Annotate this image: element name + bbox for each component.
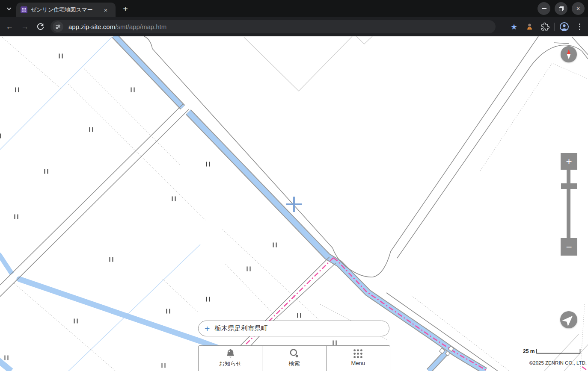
parcel-dotted (223, 230, 319, 320)
bottom-toolbar: お知らせ 検索 Menu (198, 345, 390, 371)
map-scale: 25 m (523, 348, 581, 354)
zoom-in-button[interactable]: + (561, 153, 577, 170)
search-button[interactable]: 検索 (262, 346, 326, 371)
reload-icon (36, 23, 45, 31)
url-text: app.zip-site.com/smt/app/map.htm (68, 23, 166, 30)
boundary-line (582, 367, 588, 371)
compass-needle-icon (561, 46, 577, 62)
rice-field-mark (15, 215, 15, 219)
road-line (397, 45, 588, 258)
waterway (0, 360, 11, 371)
zoom-slider-track[interactable] (567, 170, 570, 238)
tab-active[interactable]: ゼンリン住宅地図スマー × (16, 3, 116, 17)
rice-field-mark (333, 341, 334, 345)
url-path: /smt/app/map.htm (115, 23, 166, 30)
parcel-dotted (163, 279, 198, 312)
rice-field-mark (166, 309, 167, 314)
rice-field-mark (165, 363, 166, 368)
tune-icon (55, 24, 61, 30)
toolbar-right-icons: ★ (508, 17, 585, 36)
parcel-dotted (84, 69, 180, 165)
rice-field-mark (92, 127, 93, 132)
scale-bracket (536, 348, 581, 354)
search-address-text: 栃木県足利市県町 (214, 324, 267, 333)
map-viewport[interactable]: + − + 栃木県足利市県町 お知らせ 検索 (0, 36, 588, 371)
rice-field-mark (5, 356, 6, 360)
rice-field-mark (273, 243, 274, 247)
tab-search-button[interactable] (3, 3, 15, 14)
road-line (231, 257, 330, 355)
minimize-icon (542, 8, 546, 9)
parcel-dotted (226, 264, 279, 320)
waterway (114, 36, 183, 107)
road-line (0, 109, 189, 297)
rice-field-mark (276, 243, 277, 247)
extensions-button[interactable] (539, 21, 551, 33)
rice-field-mark (206, 162, 207, 167)
puzzle-icon (540, 22, 549, 31)
current-location-button[interactable] (560, 311, 577, 328)
chevron-down-icon (6, 6, 11, 10)
new-tab-button[interactable]: + (120, 3, 131, 15)
map-search-bar[interactable]: + 栃木県足利市県町 (198, 321, 389, 336)
rice-field-mark (15, 88, 16, 92)
minimize-button[interactable] (538, 2, 550, 15)
kebab-menu-icon (579, 24, 580, 30)
rice-field-mark (48, 169, 48, 174)
back-button[interactable]: ← (3, 21, 15, 33)
rice-field-mark (175, 197, 176, 201)
reload-button[interactable] (34, 21, 46, 33)
road-line (0, 104, 183, 285)
rice-field-mark (59, 54, 60, 59)
rice-field-mark (247, 267, 248, 271)
parcel-dotted (2, 37, 61, 89)
rice-field-mark (250, 267, 251, 271)
extension-avatar-icon (526, 23, 534, 31)
tab-strip: ゼンリン住宅地図スマー × + × (0, 0, 588, 17)
menu-button[interactable]: Menu (326, 346, 390, 371)
stream-thin (68, 244, 200, 371)
rice-field-mark (18, 88, 19, 92)
waterway (19, 279, 241, 356)
menu-label: Menu (351, 360, 365, 366)
toolbar-separator (554, 23, 555, 31)
extension-avatar-button[interactable] (523, 21, 535, 33)
search-label: 検索 (288, 360, 300, 368)
tab-close-button[interactable]: × (102, 6, 110, 14)
favicon-zenrin-icon (21, 6, 27, 13)
window-controls: × (538, 2, 585, 15)
rice-field-mark (110, 257, 110, 262)
url-domain: app.zip-site.com (68, 23, 115, 30)
compass-button[interactable] (561, 46, 577, 62)
tab-title: ゼンリン住宅地図スマー (31, 6, 99, 14)
rice-field-mark (113, 257, 113, 262)
browser-menu-button[interactable] (573, 21, 585, 33)
bookmark-star-button[interactable]: ★ (508, 21, 520, 33)
rice-field-mark (89, 127, 90, 132)
site-settings-button[interactable] (53, 21, 63, 32)
profile-button[interactable] (558, 21, 570, 33)
notifications-button[interactable]: お知らせ (199, 346, 262, 371)
forward-button[interactable]: → (19, 21, 31, 33)
add-search-icon: + (205, 324, 210, 333)
zoom-out-button[interactable]: − (561, 238, 577, 256)
copyright-text: ©2025 ZENRIN CO., LTD. (529, 360, 587, 365)
zoom-slider-thumb[interactable] (561, 183, 577, 189)
maximize-button[interactable] (555, 2, 567, 15)
omnibox[interactable]: app.zip-site.com/smt/app/map.htm (50, 20, 496, 33)
rice-field-mark (62, 54, 63, 59)
rice-field-mark (131, 88, 132, 92)
restore-icon (559, 6, 564, 11)
grid-menu-icon (352, 348, 364, 359)
rice-field-mark (134, 88, 135, 92)
magnifier-icon (288, 348, 300, 359)
rice-field-mark (172, 197, 173, 201)
rice-field-mark (209, 162, 210, 167)
scale-label: 25 m (523, 349, 535, 354)
close-button[interactable]: × (572, 2, 585, 15)
rice-field-mark (0, 134, 1, 138)
waterway (429, 352, 447, 371)
stream-thin (0, 37, 112, 150)
parcel-dotted (68, 84, 205, 220)
road-line (144, 36, 538, 277)
